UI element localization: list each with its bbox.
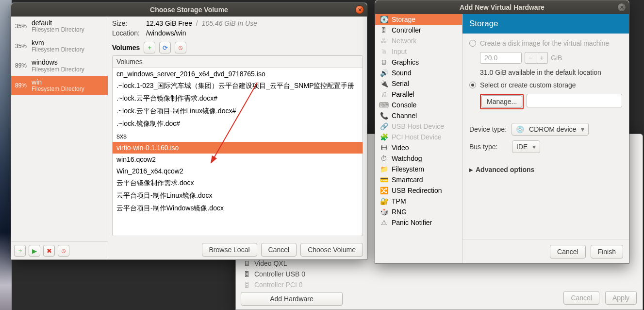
hw-type-console[interactable]: Console (375, 100, 462, 110)
hw-type-parallel[interactable]: Parallel (375, 89, 462, 100)
hw-type-usb-redirection[interactable]: USB Redirection (375, 185, 462, 196)
close-icon[interactable]: ✕ (617, 3, 626, 12)
close-icon[interactable]: ✕ (355, 5, 364, 14)
size-value: 12.43 GiB Free / 105.46 GiB In Use (146, 19, 363, 27)
hw-type-channel[interactable]: Channel (375, 110, 462, 121)
storage-path-input[interactable] (527, 94, 622, 107)
pool-item-windows[interactable]: 89%windowsFilesystem Directory (11, 56, 108, 76)
pool-subtitle: Filesystem Directory (32, 67, 84, 73)
i-fs-icon (380, 165, 388, 173)
pool-add-button[interactable]: ＋ (14, 245, 26, 257)
disk-size-input: 20.0 (480, 52, 522, 64)
hw-type-watchdog[interactable]: Watchdog (375, 153, 462, 164)
volume-row[interactable]: Win_2016_x64.qcow2 (113, 165, 363, 177)
volume-row[interactable]: .~lock.镜像制作.doc# (113, 118, 363, 130)
volume-table-body: cn_windows_server_2016_x64_dvd_9718765.i… (113, 68, 363, 236)
hw-type-rng[interactable]: RNG (375, 207, 462, 217)
volume-row[interactable]: 云平台项目-制作Linux镜像.docx (113, 189, 363, 202)
hw-type-panic-notifier[interactable]: Panic Notifier (375, 217, 462, 228)
addhw-cancel-button[interactable]: Cancel (550, 245, 586, 258)
vm-apply-button[interactable]: Apply (605, 291, 637, 305)
pool-item-default[interactable]: 35%defaultFilesystem Directory (11, 17, 108, 36)
i-con-icon (380, 101, 388, 109)
advanced-options-toggle[interactable]: Advanced options (469, 166, 622, 173)
i-ctrl-icon (380, 26, 388, 34)
bus-type-label: Bus type: (469, 143, 507, 151)
hw-type-usb-host-device: USB Host Device (375, 121, 462, 132)
storage-pool-list: 35%defaultFilesystem Directory35%kvmFile… (11, 17, 108, 241)
volume-row[interactable]: 云平台项目-制作Windows镜像.docx (113, 202, 363, 215)
radio-create-disk: Create a disk image for the virtual mach… (469, 39, 622, 47)
bus-type-combo[interactable]: IDE ▾ (512, 140, 540, 153)
add-hardware-dialog: Add New Virtual Hardware ✕ StorageContro… (375, 0, 629, 264)
choose-volume-button[interactable]: Choose Volume (300, 243, 363, 257)
volume-add-button[interactable]: ＋ (144, 42, 155, 53)
i-pci-icon (380, 133, 388, 141)
addhw-title: Add New Virtual Hardware (460, 3, 545, 11)
pool-subtitle: Filesystem Directory (32, 27, 84, 33)
hw-type-storage[interactable]: Storage (375, 14, 462, 25)
hw-type-smartcard[interactable]: Smartcard (375, 174, 462, 185)
storage-cancel-button[interactable]: Cancel (261, 243, 297, 257)
i-gfx-icon (380, 58, 388, 66)
vm-sidebar-item[interactable]: 🎛Controller USB 0 (241, 269, 343, 279)
hw-type-filesystem[interactable]: Filesystem (375, 164, 462, 174)
addhw-finish-button[interactable]: Finish (591, 245, 623, 258)
hw-type-label: Watchdog (392, 155, 422, 162)
browse-local-button[interactable]: Browse Local (202, 243, 257, 257)
i-disk-icon (380, 16, 388, 23)
hw-type-graphics[interactable]: Graphics (375, 57, 462, 68)
stepper-plus-icon: + (536, 52, 548, 64)
chevron-down-icon: ▾ (532, 143, 536, 151)
volume-row[interactable]: cn_windows_server_2016_x64_dvd_9718765.i… (113, 68, 363, 80)
addhw-titlebar[interactable]: Add New Virtual Hardware ✕ (375, 0, 629, 14)
volume-refresh-button[interactable]: ⟳ (159, 42, 171, 53)
hw-type-sound[interactable]: Sound (375, 68, 462, 78)
volume-row[interactable]: .~lock.1-023_国际汽车城（集团）云平台建设项目_云平台_SNMP监控… (113, 80, 363, 92)
volume-row[interactable]: sxs (113, 130, 363, 142)
pool-percent: 35% (15, 43, 30, 50)
volume-delete-button[interactable]: ⦸ (175, 42, 186, 53)
hw-type-label: USB Redirection (392, 187, 442, 194)
hw-type-label: Network (392, 37, 416, 45)
video-icon: 🖥 (244, 259, 250, 267)
volume-row[interactable]: win16.qcow2 (113, 154, 363, 165)
manage-button[interactable]: Manage... (481, 95, 522, 108)
pool-stop-button[interactable]: ✖ (43, 245, 55, 257)
pool-percent: 35% (15, 23, 30, 30)
hw-type-tpm[interactable]: TPM (375, 196, 462, 207)
pool-start-button[interactable]: ▶ (29, 245, 40, 257)
location-value: /windows/win (146, 29, 363, 37)
hw-type-input: Input (375, 46, 462, 57)
vm-cancel-button[interactable]: Cancel (563, 291, 599, 305)
i-input-icon (380, 48, 388, 55)
volume-row[interactable]: .~lock.云平台镜像制作需求.docx# (113, 92, 363, 105)
i-tpm-icon (380, 197, 388, 205)
hw-type-serial[interactable]: Serial (375, 78, 462, 89)
vm-sidebar-item[interactable]: 🎛Controller PCI 0 (241, 279, 343, 290)
pool-name: default (32, 19, 84, 27)
volume-row[interactable]: virtio-win-0.1.160.iso (113, 142, 363, 154)
i-chan-icon (380, 112, 388, 120)
pool-delete-button[interactable]: ⦸ (58, 245, 69, 257)
hw-type-label: USB Host Device (392, 122, 444, 130)
hw-type-label: Storage (392, 16, 415, 23)
pool-percent: 89% (15, 62, 30, 69)
i-dog-icon (380, 155, 388, 162)
volumes-label: Volumes (112, 44, 140, 52)
volume-row[interactable]: .~lock.云平台项目-制作Linux镜像.docx# (113, 105, 363, 118)
pool-item-win[interactable]: 89%winFilesystem Directory (11, 76, 108, 96)
hw-type-label: RNG (392, 208, 407, 216)
storage-titlebar[interactable]: Choose Storage Volume ✕ (11, 3, 367, 17)
pool-item-kvm[interactable]: 35%kvmFilesystem Directory (11, 36, 108, 56)
pool-percent: 89% (15, 82, 30, 89)
radio-select-storage[interactable]: Select or create custom storage (469, 81, 622, 89)
add-hardware-button[interactable]: Add Hardware (241, 292, 343, 306)
hw-type-video[interactable]: Video (375, 142, 462, 153)
hw-type-controller[interactable]: Controller (375, 25, 462, 35)
volume-row[interactable]: 云平台镜像制作需求.docx (113, 177, 363, 189)
volume-table-header[interactable]: Volumes (113, 56, 363, 68)
hw-type-label: Panic Notifier (392, 219, 432, 226)
device-type-combo[interactable]: 💿 CDROM device ▾ (512, 123, 589, 136)
hw-type-label: Input (392, 48, 407, 55)
